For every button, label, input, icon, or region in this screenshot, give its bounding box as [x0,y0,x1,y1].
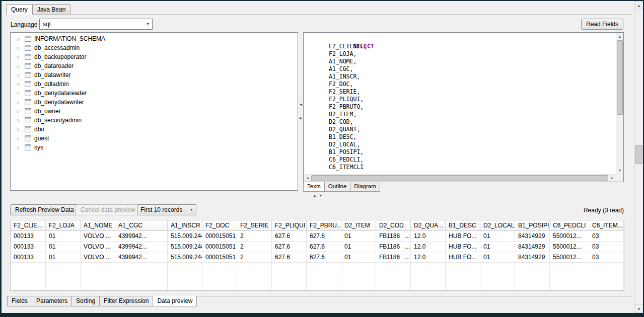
expand-arrow-icon[interactable]: ▷ [17,37,25,41]
column-header[interactable]: D2_ITEM [341,220,376,230]
column-header-label: B1_POSIPI [518,222,549,229]
tree-item[interactable]: ▷ db_denydatareader [11,89,298,98]
scroll-up-icon[interactable]: ▲ [616,33,623,40]
tree-item[interactable]: ▷ db_securityadmin [11,116,298,125]
bottom-tab[interactable]: Fields [7,296,32,306]
editor-horizontal-scrollbar[interactable]: ◄ ► [304,174,616,182]
read-fields-button[interactable]: Read Fields [581,19,623,30]
table-row[interactable]: 000133 01 VOLVO ... 4399942... 515.009.2… [11,252,624,263]
column-header[interactable]: F2_LOJA [46,220,81,230]
top-tab-label: Java Bean [37,6,66,13]
expand-arrow-icon[interactable]: ▷ [17,55,25,59]
top-tab[interactable]: Java Bean [32,4,71,15]
vertical-scroll-thumb[interactable] [617,40,623,115]
sql-line-text: A1_CGC, [329,65,353,72]
refresh-preview-data-button[interactable]: Refresh Preview Data [10,204,79,215]
column-header[interactable]: C6_ITEM... [589,220,624,230]
language-select[interactable]: sql ▼ [39,19,153,30]
table-cell-value: 01 [344,254,351,261]
sql-line: C6_PEDCLI, [304,156,616,164]
expand-arrow-icon[interactable]: ▷ [17,136,25,141]
expand-arrow-icon[interactable]: ▷ [17,145,25,150]
expand-arrow-icon[interactable]: ▷ [17,109,25,114]
expand-arrow-icon[interactable]: ▷ [17,82,25,87]
editor-vertical-scrollbar[interactable]: ▲ ▼ [616,33,623,174]
table-row[interactable]: 000133 01 VOLVO ... 4399942... 515.009.2… [11,231,624,242]
table-header-row: F2_CLIE... F2_LOJA A1_NOME A1_CGC A1_INS… [11,220,624,231]
scroll-down-icon[interactable]: ▼ [616,167,623,174]
column-header[interactable]: F2_DOC [202,220,237,230]
table-cell: 03 [589,231,624,241]
collapse-right-icon[interactable]: ► [299,116,303,120]
column-header[interactable]: F2_CLIE... [11,220,46,230]
tree-item[interactable]: ▷ db_backupoperator [11,52,298,61]
records-count-select[interactable]: First 10 records ▼ [137,204,196,215]
tree-item[interactable]: ▷ dbo [11,125,298,134]
column-header[interactable]: A1_CGC [115,220,168,230]
window-vertical-scrollbar[interactable]: ▲ ▼ [634,1,643,313]
expand-arrow-icon[interactable]: ▷ [17,127,25,132]
editor-view-tab[interactable]: Outline [324,182,350,192]
column-header[interactable]: F2_SERIE [237,220,272,230]
table-cell: FB1186 ... [376,231,411,241]
window-scroll-thumb[interactable] [635,145,642,164]
collapse-down-icon[interactable]: ▼ [319,193,323,198]
horizontal-scroll-thumb[interactable] [311,175,608,181]
table-cell-value: 03 [592,232,599,240]
column-header[interactable]: D2_COD [376,220,411,230]
bottom-tab-label: Data preview [157,297,192,304]
tree-item[interactable]: ▷ db_accessadmin [11,43,298,52]
chevron-down-icon: ▼ [144,19,152,29]
tree-item[interactable]: ▷ db_denydatawriter [11,98,298,107]
table-cell: 4399942... [115,242,168,252]
table-row[interactable]: 000133 01 VOLVO ... 4399942... 515.009.2… [11,242,624,252]
expand-arrow-icon[interactable]: ▷ [17,46,25,50]
records-count-value: First 10 records [140,206,182,213]
collapse-left-icon[interactable]: ◄ [299,103,303,106]
tree-item[interactable]: ▷ sys [11,143,298,152]
expand-arrow-icon[interactable]: ▷ [17,118,25,123]
column-header[interactable]: B1_POSIPI [515,220,550,230]
expand-arrow-icon[interactable]: ▷ [17,64,25,68]
vertical-pane-splitter[interactable]: ◄ ► [299,103,303,120]
column-header[interactable]: A1_INSCR [168,220,202,230]
table-cell: 01 [341,242,376,252]
tree-item[interactable]: ▷ db_owner [11,107,298,116]
scroll-left-icon[interactable]: ◄ [304,175,311,182]
empty-cell [550,263,589,291]
table-cell-value: 01 [49,254,55,261]
bottom-tab[interactable]: Filter Expression [99,296,153,306]
column-header[interactable]: C6_PEDCLI [550,220,589,230]
column-header[interactable]: B1_DESC [446,220,480,230]
top-tab[interactable]: Query [6,4,33,15]
table-cell: 12.0 [411,231,446,241]
table-cell: 000133 [11,242,46,252]
scroll-up-icon[interactable]: ▲ [635,1,643,10]
tree-item[interactable]: ▷ INFORMATION_SCHEMA [11,34,298,43]
collapse-up-icon[interactable]: ▲ [313,193,317,198]
expand-arrow-icon[interactable]: ▷ [17,100,25,105]
expand-arrow-icon[interactable]: ▷ [17,91,25,96]
scroll-down-icon[interactable]: ▼ [635,304,643,313]
horizontal-pane-splitter[interactable]: ▲ ▼ [309,193,326,198]
table-cell-value: 01 [49,232,55,240]
table-cell: 515.009.244.117 [168,252,202,262]
tree-item[interactable]: ▷ db_ddladmin [11,80,298,89]
expand-arrow-icon[interactable]: ▷ [17,73,25,77]
column-header[interactable]: A1_NOME [81,220,115,230]
editor-view-tab[interactable]: Texts [303,182,325,192]
bottom-tab[interactable]: Data preview [153,296,197,306]
column-header[interactable]: D2_QUA... [411,220,446,230]
tree-item[interactable]: ▷ guest [11,134,298,143]
bottom-tab[interactable]: Sorting [71,296,100,306]
editor-view-tab[interactable]: Diagram [350,182,380,192]
tree-item[interactable]: ▷ db_datareader [11,61,298,70]
column-header[interactable]: F2_PBRU... [307,220,341,230]
column-header[interactable]: F2_PLIQUI [272,220,307,230]
scroll-right-icon[interactable]: ► [608,175,616,182]
sql-code-area[interactable]: 1SELECT F2_CLIENTE, F2_LOJA, A1_NOME, A1… [304,33,616,174]
bottom-tab[interactable]: Parameters [32,296,72,306]
schema-icon [25,63,31,69]
tree-item[interactable]: ▷ db_datawriter [11,70,298,80]
column-header[interactable]: D2_LOCAL [480,220,515,230]
